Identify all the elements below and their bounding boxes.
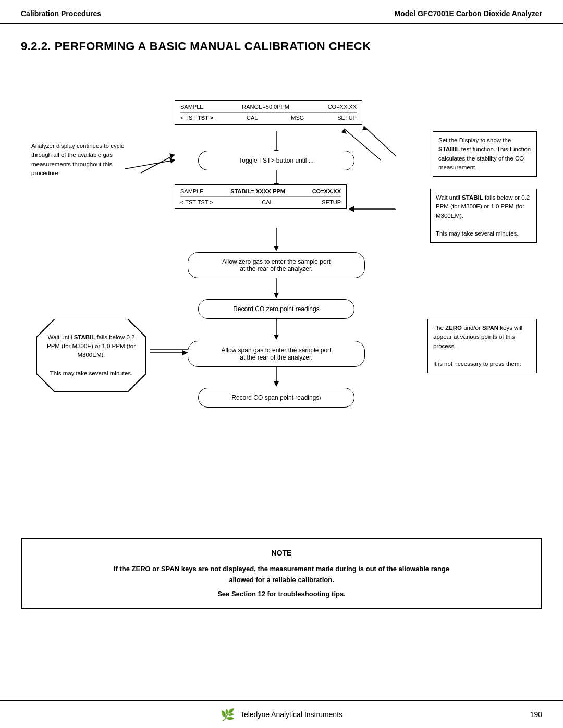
d1-msg: MSG <box>291 115 304 121</box>
header-right: Model GFC7001E Carbon Dioxide Analyzer <box>395 9 542 18</box>
d1-range: RANGE=50.0PPM <box>242 104 289 110</box>
span-gas-box: Allow span gas to enter the sample porta… <box>188 341 365 367</box>
page-footer: 🌿 Teledyne Analytical Instruments 190 <box>0 700 563 728</box>
svg-text:🌿: 🌿 <box>221 708 235 722</box>
d2-co: CO=XX.XX <box>312 188 341 194</box>
display-box-2: SAMPLE STABIL= XXXX PPM CO=XX.XX < TST T… <box>175 184 347 209</box>
svg-marker-9 <box>274 335 279 340</box>
svg-marker-17 <box>169 153 175 158</box>
d1-cal: CAL <box>247 115 258 121</box>
d1-tst-left: < TST TST > <box>180 115 213 121</box>
d2-setup: SETUP <box>322 199 341 205</box>
svg-marker-7 <box>274 293 279 298</box>
d2-tst: < TST TST > <box>180 199 213 205</box>
annotation-stabil-right: Wait until STABIL falls below or 0.2 PPM… <box>430 189 537 243</box>
footer-center: 🌿 Teledyne Analytical Instruments <box>221 707 342 722</box>
zero-gas-label: Allow zero gas to enter the sample porta… <box>222 258 331 273</box>
d2-sample: SAMPLE <box>180 188 204 194</box>
span-gas-label: Allow span gas to enter the sample porta… <box>222 347 332 361</box>
note-line2: allowed for a reliable calibration. <box>34 575 529 586</box>
flowchart-area: SAMPLE RANGE=50.0PPM CO=XX.XX < TST TST … <box>21 69 542 522</box>
d1-setup: SETUP <box>337 115 357 121</box>
page-header: Calibration Procedures Model GFC7001E Ca… <box>0 0 563 24</box>
record-span-box: Record CO span point readings\ <box>198 388 354 408</box>
page-number: 190 <box>530 710 542 719</box>
svg-line-16 <box>141 155 175 173</box>
annotation-top-right: Set the Display to show the STABIL test … <box>433 131 537 177</box>
record-span-label: Record CO span point readings\ <box>231 394 321 401</box>
note-box: NOTE If the ZERO or SPAN keys are not di… <box>21 538 542 609</box>
d2-stabil: STABIL= XXXX PPM <box>230 188 285 194</box>
note-line1: If the ZERO or SPAN keys are not display… <box>34 564 529 575</box>
octagon-bottom-left: Wait until STABIL falls below 0.2 PPM (f… <box>36 319 146 392</box>
toggle-label: Toggle TST> button until ... <box>239 157 314 164</box>
section-title: 9.2.2. PERFORMING A BASIC MANUAL CALIBRA… <box>21 40 542 53</box>
zero-gas-box: Allow zero gas to enter the sample porta… <box>188 252 365 278</box>
annotation-left: Analyzer display continues to cycle thro… <box>31 142 125 178</box>
d1-co: CO=XX.XX <box>328 104 357 110</box>
record-zero-box: Record CO zero point readings <box>198 299 354 319</box>
note-line3: See Section 12 for troubleshooting tips. <box>34 589 529 600</box>
svg-marker-13 <box>341 129 347 134</box>
note-title: NOTE <box>34 547 529 559</box>
record-zero-label: Record CO zero point readings <box>233 305 319 313</box>
annotation-bottom-right: The ZERO and/or SPAN keys will appear at… <box>427 319 537 373</box>
svg-marker-5 <box>274 246 279 251</box>
header-left: Calibration Procedures <box>21 9 101 18</box>
svg-marker-15 <box>349 207 354 212</box>
d2-cal: CAL <box>262 199 273 205</box>
brand-icon: 🌿 <box>221 707 235 722</box>
display-box-1: SAMPLE RANGE=50.0PPM CO=XX.XX < TST TST … <box>175 100 362 125</box>
svg-marker-11 <box>274 381 279 387</box>
footer-brand: Teledyne Analytical Instruments <box>240 710 342 719</box>
toggle-button-box: Toggle TST> button until ... <box>198 151 354 170</box>
d1-sample: SAMPLE <box>180 104 204 110</box>
main-content: 9.2.2. PERFORMING A BASIC MANUAL CALIBRA… <box>0 24 563 630</box>
